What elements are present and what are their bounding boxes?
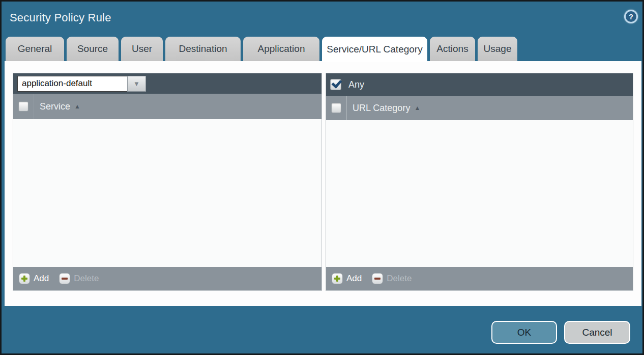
service-type-combobox: ▼ [17,76,146,92]
tab-content-area: ▼ Service ▲ Add [5,61,641,306]
sort-ascending-icon: ▲ [74,103,80,110]
any-checkbox[interactable] [330,79,341,90]
tab-usage[interactable]: Usage [478,37,517,61]
service-select-all-checkbox[interactable] [18,101,28,112]
security-policy-rule-dialog: Security Policy Rule ? General Source Us… [0,0,644,355]
url-category-column-label: URL Category [353,103,410,114]
delete-button-label: Delete [387,274,412,284]
help-button[interactable]: ? [624,10,638,23]
service-add-button[interactable]: Add [19,273,49,284]
add-plus-icon [332,273,343,284]
service-column-header[interactable]: Service ▲ [40,101,80,112]
url-category-select-all-cell [326,96,347,120]
cancel-button[interactable]: Cancel [564,321,630,344]
url-category-select-all-checkbox[interactable] [331,103,341,113]
tab-source[interactable]: Source [67,37,119,61]
delete-minus-icon [59,273,70,284]
service-column-label: Service [40,101,70,112]
any-row: Any [330,79,364,90]
chevron-down-icon: ▼ [133,80,140,87]
service-select-toolbar: ▼ [13,73,321,94]
tab-user[interactable]: User [121,37,163,61]
tab-bar: General Source User Destination Applicat… [6,37,517,61]
service-select-all-cell [13,94,34,119]
any-checkbox-label: Any [348,79,364,90]
url-category-footer-toolbar: Add Delete [326,267,633,290]
service-delete-button[interactable]: Delete [59,273,99,284]
url-category-list-body [326,120,633,267]
tab-actions[interactable]: Actions [430,37,475,61]
dialog-title: Security Policy Rule [10,11,111,24]
url-category-column-header[interactable]: URL Category ▲ [353,103,420,114]
url-category-table-header: URL Category ▲ [326,96,633,120]
delete-minus-icon [372,273,383,284]
tab-general[interactable]: General [6,37,64,61]
add-button-label: Add [34,274,49,284]
add-button-label: Add [346,274,362,284]
tab-application[interactable]: Application [243,37,319,61]
ok-button[interactable]: OK [491,321,557,344]
add-plus-icon [19,273,30,284]
url-category-any-toolbar: Any [326,73,633,96]
service-list-body [13,119,321,267]
tab-service-url-category[interactable]: Service/URL Category [322,37,427,62]
help-icon: ? [626,11,636,22]
url-category-add-button[interactable]: Add [332,273,362,284]
sort-ascending-icon: ▲ [414,104,420,112]
service-table-header: Service ▲ [13,94,321,119]
url-category-delete-button[interactable]: Delete [372,273,412,284]
tab-destination[interactable]: Destination [165,37,241,61]
url-category-panel: Any URL Category ▲ Add [326,73,633,291]
service-type-dropdown-button[interactable]: ▼ [127,76,146,92]
service-footer-toolbar: Add Delete [13,267,321,290]
service-type-input[interactable] [17,76,127,92]
service-panel: ▼ Service ▲ Add [13,73,322,291]
delete-button-label: Delete [74,274,99,284]
